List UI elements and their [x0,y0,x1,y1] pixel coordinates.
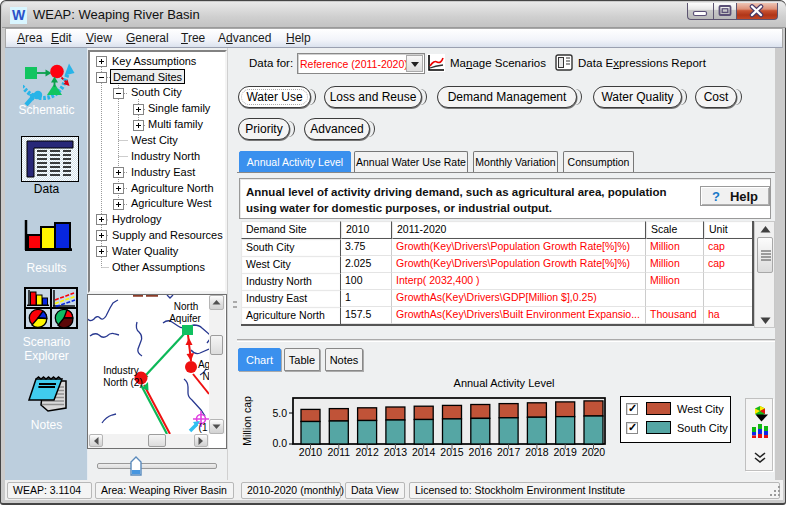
svg-text:5.0: 5.0 [272,407,287,419]
svg-text:0.0: 0.0 [272,437,287,449]
svg-text:Aquifer: Aquifer [169,313,201,324]
svg-text:North: North [174,301,198,312]
svg-text:Industry: Industry [103,365,139,376]
svg-text:2020: 2020 [582,446,606,458]
svg-text:Million cap: Million cap [241,396,253,446]
svg-text:N: N [202,371,209,382]
svg-text:North (2): North (2) [103,377,142,388]
svg-text:2013: 2013 [384,446,408,458]
svg-text:Ag: Ag [198,359,209,370]
svg-text:2014: 2014 [412,446,436,458]
svg-text:2018: 2018 [525,446,549,458]
svg-text:2019: 2019 [554,446,578,458]
svg-text:2012: 2012 [355,446,379,458]
svg-text:2010: 2010 [299,446,323,458]
svg-text:Annual Activity Level: Annual Activity Level [454,377,555,389]
svg-text:(1: (1 [199,422,208,433]
svg-text:2016: 2016 [469,446,493,458]
svg-text:2015: 2015 [440,446,464,458]
svg-text:2017: 2017 [497,446,521,458]
svg-text:2011: 2011 [328,446,351,458]
